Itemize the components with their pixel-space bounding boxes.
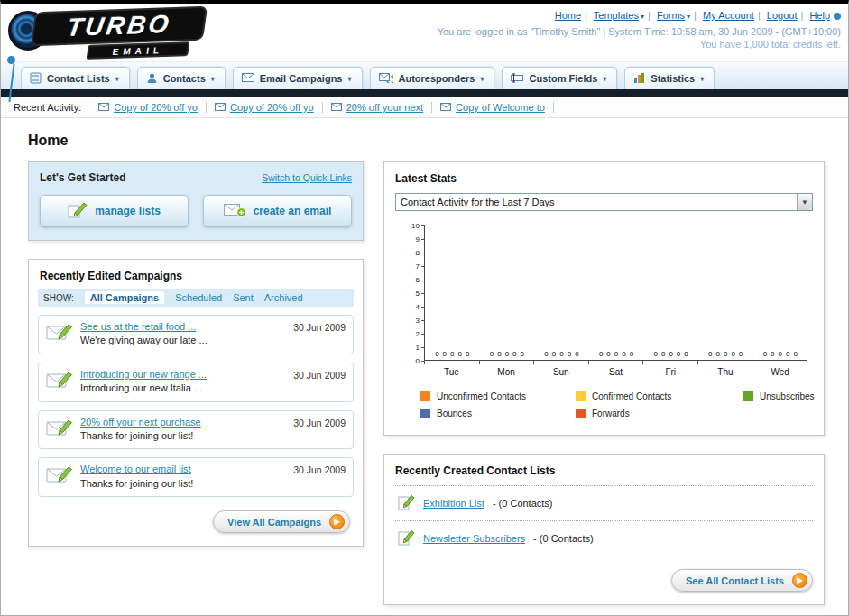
filter-archived[interactable]: Archived	[264, 292, 303, 303]
tab-label: Autoresponders	[399, 73, 475, 84]
contact-list-name-link[interactable]: Newsletter Subscribers	[423, 533, 525, 544]
statistics-icon	[633, 72, 645, 85]
campaign-title-link[interactable]: Introducing our new range ...	[80, 368, 286, 382]
chevron-down-icon: ▾	[115, 75, 119, 83]
selected-period: Contact Activity for the Last 7 Days	[401, 197, 555, 207]
nav-separator: |	[800, 10, 803, 21]
logo-primary-text: TURBO	[31, 6, 208, 47]
chart-bar-group: 00000	[752, 350, 807, 360]
chart-x-label: Fri	[643, 364, 698, 377]
chart-x-label: Thu	[698, 364, 753, 377]
campaign-item[interactable]: 20% off your next purchase Thanks for jo…	[38, 410, 354, 450]
contact-list-item[interactable]: Newsletter Subscribers - (0 Contacts)	[395, 520, 813, 556]
nav-separator: |	[585, 10, 587, 21]
nav-templates-link[interactable]: Templates	[594, 10, 639, 21]
filter-sent[interactable]: Sent	[233, 292, 254, 303]
recent-activity-bar: Recent Activity: Copy of 20% off yo Copy…	[1, 97, 848, 118]
campaign-title-link[interactable]: See us at the retail food ...	[80, 320, 286, 334]
contact-lists-icon	[30, 72, 42, 86]
recent-activity-item[interactable]: Copy of Welcome to	[432, 102, 554, 113]
create-email-button[interactable]: create an email	[203, 195, 352, 227]
campaign-subtitle: Introducing our new Italia ...	[80, 382, 286, 395]
tab-contact-lists[interactable]: Contact Lists ▾	[21, 67, 130, 89]
campaign-item[interactable]: Introducing our new range ... Introducin…	[38, 363, 354, 402]
campaign-date: 30 Jun 2009	[293, 463, 346, 475]
campaigns-filter-bar: SHOW: All Campaigns Scheduled Sent Archi…	[38, 289, 354, 307]
switch-quick-links-link[interactable]: Switch to Quick Links	[262, 172, 352, 183]
get-started-panel: Let's Get Started Switch to Quick Links …	[28, 161, 364, 241]
chevron-down-icon: ▾	[603, 75, 606, 83]
recent-activity-item[interactable]: Copy of 20% off yo	[207, 102, 323, 113]
get-started-title: Let's Get Started	[40, 171, 126, 184]
main-nav-bar: Contact Lists ▾ Contacts ▾ Email Campaig…	[1, 61, 848, 89]
tab-autoresponders[interactable]: Autoresponders ▾	[370, 67, 495, 89]
help-indicator-dot	[834, 13, 841, 20]
filter-all-campaigns[interactable]: All Campaigns	[85, 291, 164, 304]
chart-x-label: Mon	[479, 364, 534, 377]
tab-label: Contacts	[163, 73, 206, 84]
chart-x-label: Wed	[752, 364, 807, 377]
filter-scheduled[interactable]: Scheduled	[175, 292, 222, 303]
campaign-subtitle: Thanks for joining our list!	[80, 477, 286, 491]
dropdown-arrow-icon: ▼	[797, 194, 812, 210]
see-all-contact-lists-button[interactable]: See All Contact Lists ▶	[671, 569, 813, 592]
chevron-down-icon: ▾	[641, 13, 644, 21]
chart-legend: Unconfirmed ContactsConfirmed ContactsUn…	[420, 391, 824, 418]
button-label: create an email	[254, 205, 332, 217]
campaign-title-link[interactable]: Welcome to our email list	[80, 463, 286, 476]
tab-email-campaigns[interactable]: Email Campaigns ▾	[233, 67, 363, 89]
contact-list-item[interactable]: Exhibition List - (0 Contacts)	[395, 485, 813, 520]
nav-separator: |	[648, 10, 651, 21]
stats-period-select[interactable]: Contact Activity for the Last 7 Days ▼	[395, 193, 813, 211]
campaigns-panel-title: Recently Edited Campaigns	[29, 260, 363, 289]
chevron-down-icon: ▾	[211, 75, 215, 83]
arrow-right-icon: ▶	[329, 514, 345, 529]
tab-contacts[interactable]: Contacts ▾	[137, 67, 226, 89]
chart-bar-group: 00000	[534, 350, 589, 360]
campaign-item[interactable]: Welcome to our email list Thanks for joi…	[38, 457, 354, 497]
email-pencil-icon	[46, 416, 73, 441]
legend-item: Unconfirmed Contacts	[420, 391, 576, 401]
nav-home-link[interactable]: Home	[555, 10, 581, 21]
show-label: SHOW:	[43, 293, 74, 303]
tab-label: Custom Fields	[529, 73, 597, 84]
email-campaigns-icon	[242, 73, 254, 84]
email-pencil-icon	[46, 320, 73, 345]
arrow-right-icon: ▶	[792, 573, 807, 588]
envelope-icon	[215, 102, 226, 113]
button-label: manage lists	[95, 205, 161, 217]
top-header: TURBO EMAIL Home| Templates▾| Forms▾| My…	[1, 4, 848, 61]
tab-custom-fields[interactable]: Custom Fields ▾	[502, 67, 617, 89]
legend-swatch	[576, 409, 586, 418]
envelope-icon	[440, 102, 451, 113]
utility-nav: Home| Templates▾| Forms▾| My Account| Lo…	[438, 10, 841, 21]
tab-statistics[interactable]: Statistics ▾	[624, 67, 715, 89]
campaign-item[interactable]: See us at the retail food ... We're givi…	[38, 315, 354, 354]
campaign-date: 30 Jun 2009	[293, 416, 346, 428]
recent-activity-label: Recent Activity:	[14, 102, 81, 113]
legend-swatch	[743, 391, 753, 401]
recently-created-lists-panel: Recently Created Contact Lists Exhibitio…	[383, 454, 825, 605]
credits-text: You have 1,000 total credits left.	[438, 39, 841, 50]
email-pencil-icon	[46, 463, 73, 488]
nav-help-link[interactable]: Help	[809, 10, 830, 21]
button-label: See All Contact Lists	[686, 575, 784, 586]
contact-list-name-link[interactable]: Exhibition List	[423, 498, 484, 509]
nav-logout-link[interactable]: Logout	[767, 10, 798, 21]
campaign-date: 30 Jun 2009	[293, 320, 346, 333]
contact-lists-panel-title: Recently Created Contact Lists	[384, 455, 824, 483]
nav-forms-link[interactable]: Forms	[657, 10, 685, 21]
turbo-email-logo[interactable]: TURBO EMAIL	[5, 7, 230, 61]
legend-item: Unsubscribes	[743, 391, 824, 401]
recent-activity-item[interactable]: Copy of 20% off yo	[90, 102, 207, 113]
chart-bar-group: 00000	[480, 350, 535, 360]
tab-label: Statistics	[651, 73, 695, 84]
recently-edited-campaigns-panel: Recently Edited Campaigns SHOW: All Camp…	[28, 259, 364, 547]
view-all-campaigns-button[interactable]: View All Campaigns ▶	[213, 510, 350, 533]
contact-activity-chart: 109876543210 000000000000000000000000000…	[397, 225, 807, 377]
manage-lists-button[interactable]: manage lists	[40, 195, 189, 227]
campaign-title-link[interactable]: 20% off your next purchase	[80, 416, 286, 429]
recent-activity-item[interactable]: 20% off your next	[323, 102, 432, 113]
nav-my-account-link[interactable]: My Account	[703, 10, 754, 21]
chart-x-label: Sun	[533, 364, 588, 377]
